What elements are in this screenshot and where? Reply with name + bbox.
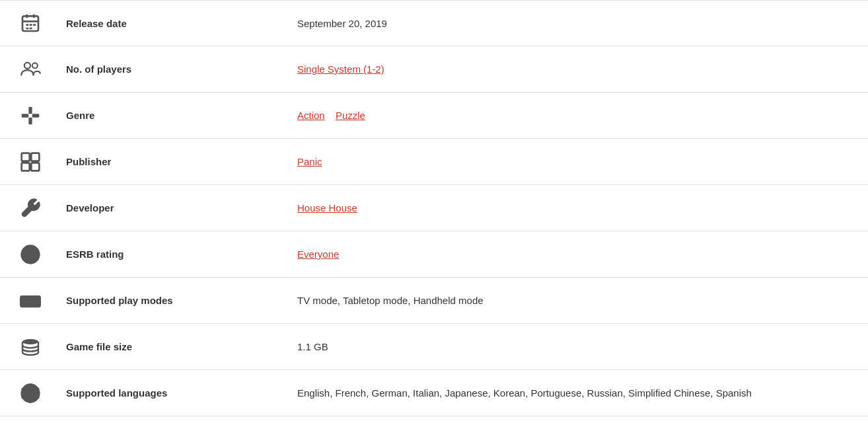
publisher-link[interactable]: Panic <box>297 156 322 167</box>
file-size-value: 1.1 GB <box>297 341 848 352</box>
genre-action-link[interactable]: Action <box>297 110 325 121</box>
genre-values: Action Puzzle <box>297 110 848 121</box>
svg-rect-18 <box>31 163 39 171</box>
publisher-label: Publisher <box>59 156 297 167</box>
row-release-date: Release date September 20, 2019 <box>0 0 868 46</box>
svg-point-20 <box>28 252 33 257</box>
players-icon <box>20 59 59 80</box>
languages-value: English, French, German, Italian, Japane… <box>297 387 848 399</box>
svg-point-9 <box>24 62 30 68</box>
playmodes-icon <box>20 290 59 311</box>
release-date-value: September 20, 2019 <box>297 18 848 29</box>
svg-point-28 <box>22 339 38 344</box>
languages-label: Supported languages <box>59 387 297 399</box>
svg-rect-27 <box>32 298 38 304</box>
publisher-icon <box>20 151 59 173</box>
file-size-label: Game file size <box>59 341 297 352</box>
svg-rect-7 <box>26 28 28 30</box>
svg-point-10 <box>32 63 38 68</box>
svg-rect-8 <box>30 28 32 30</box>
svg-rect-6 <box>33 24 36 26</box>
svg-rect-26 <box>23 298 29 304</box>
row-publisher: Publisher Panic <box>0 139 868 185</box>
release-date-label: Release date <box>59 18 297 29</box>
svg-rect-17 <box>22 163 30 171</box>
genre-icon <box>20 105 59 126</box>
esrb-link[interactable]: Everyone <box>297 249 339 260</box>
svg-rect-14 <box>32 114 40 117</box>
row-genre: Genre Action Puzzle <box>0 93 868 139</box>
esrb-icon <box>20 244 59 265</box>
play-modes-label: Supported play modes <box>59 295 297 306</box>
languages-icon <box>20 383 59 404</box>
info-table: Release date September 20, 2019 No. of p… <box>0 0 868 416</box>
svg-rect-16 <box>31 153 39 161</box>
calendar-icon <box>20 13 59 34</box>
row-play-modes: Supported play modes TV mode, Tabletop m… <box>0 278 868 324</box>
row-languages: Supported languages English, French, Ger… <box>0 370 868 416</box>
developer-value[interactable]: House House <box>297 202 848 214</box>
row-developer: Developer House House <box>0 185 868 231</box>
developer-icon <box>20 198 59 219</box>
svg-rect-4 <box>26 24 28 26</box>
svg-rect-11 <box>28 106 32 114</box>
publisher-value[interactable]: Panic <box>297 156 848 167</box>
play-modes-value: TV mode, Tabletop mode, Handheld mode <box>297 295 848 306</box>
svg-rect-15 <box>22 153 30 161</box>
developer-label: Developer <box>59 202 297 214</box>
row-players: No. of players Single System (1-2) <box>0 46 868 93</box>
players-link[interactable]: Single System (1-2) <box>297 63 384 75</box>
svg-rect-5 <box>30 24 32 26</box>
esrb-label: ESRB rating <box>59 249 297 260</box>
players-label: No. of players <box>59 63 297 75</box>
players-value[interactable]: Single System (1-2) <box>297 63 848 75</box>
developer-link[interactable]: House House <box>297 202 357 214</box>
svg-rect-13 <box>22 114 29 117</box>
genre-label: Genre <box>59 110 297 121</box>
row-file-size: Game file size 1.1 GB <box>0 324 868 370</box>
filesize-icon <box>20 336 59 358</box>
genre-puzzle-link[interactable]: Puzzle <box>336 110 365 121</box>
esrb-value[interactable]: Everyone <box>297 249 848 260</box>
svg-rect-12 <box>28 117 32 124</box>
row-esrb: ESRB rating Everyone <box>0 231 868 278</box>
